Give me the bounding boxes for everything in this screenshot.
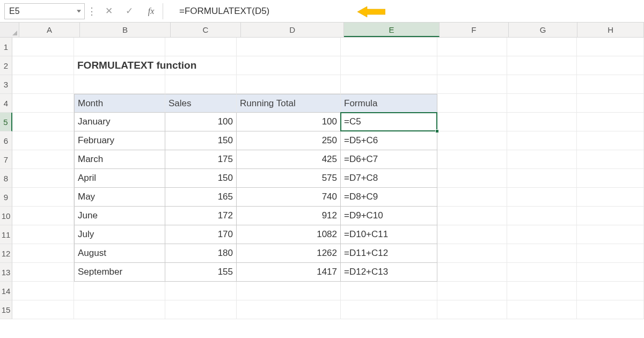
cell[interactable] xyxy=(12,131,74,150)
cell[interactable] xyxy=(12,282,74,300)
cell[interactable] xyxy=(74,75,165,94)
cell[interactable] xyxy=(341,300,437,319)
row-header-7[interactable]: 7 xyxy=(0,150,12,169)
cell-sales[interactable]: 175 xyxy=(165,150,237,169)
cell[interactable] xyxy=(437,56,507,75)
cell[interactable] xyxy=(577,300,644,319)
cell[interactable] xyxy=(12,169,74,188)
cancel-button[interactable]: ✕ xyxy=(99,3,119,19)
cell[interactable] xyxy=(12,188,74,207)
cell-month[interactable]: February xyxy=(74,131,165,150)
cell[interactable] xyxy=(165,38,237,56)
cell[interactable] xyxy=(577,75,644,94)
cell-formula[interactable]: =D9+C10 xyxy=(341,207,437,225)
formula-input[interactable]: =FORMULATEXT(D5) xyxy=(171,3,644,19)
row-header-11[interactable]: 11 xyxy=(0,225,12,244)
cell[interactable] xyxy=(507,244,577,263)
cell[interactable] xyxy=(437,94,507,113)
cell[interactable] xyxy=(507,207,577,225)
col-header-c[interactable]: C xyxy=(171,23,241,37)
cell-running[interactable]: 1262 xyxy=(237,244,341,263)
cell[interactable] xyxy=(437,282,507,300)
cell[interactable] xyxy=(577,244,644,263)
cell[interactable] xyxy=(577,113,644,131)
cell[interactable] xyxy=(12,244,74,263)
row-header-12[interactable]: 12 xyxy=(0,244,12,263)
cell-running[interactable]: 425 xyxy=(237,150,341,169)
cell-month[interactable]: July xyxy=(74,225,165,244)
row-header-15[interactable]: 15 xyxy=(0,300,12,319)
col-header-a[interactable]: A xyxy=(19,23,80,37)
cell[interactable] xyxy=(437,75,507,94)
row-header-2[interactable]: 2 xyxy=(0,56,12,75)
cell[interactable] xyxy=(165,75,237,94)
cell-month[interactable]: March xyxy=(74,150,165,169)
cell[interactable] xyxy=(507,188,577,207)
row-header-1[interactable]: 1 xyxy=(0,38,12,56)
select-all-corner[interactable] xyxy=(0,23,19,37)
cell[interactable] xyxy=(507,150,577,169)
insert-function-button[interactable]: fx xyxy=(140,3,163,19)
cell[interactable] xyxy=(437,225,507,244)
cell[interactable] xyxy=(507,56,577,75)
cell-sales[interactable]: 150 xyxy=(165,131,237,150)
cell-running[interactable]: 100 xyxy=(237,113,341,131)
cell-sales[interactable]: 180 xyxy=(165,244,237,263)
cell-month[interactable]: June xyxy=(74,207,165,225)
cell[interactable] xyxy=(577,282,644,300)
cell[interactable] xyxy=(237,38,341,56)
cell-sales[interactable]: 170 xyxy=(165,225,237,244)
cell[interactable] xyxy=(577,169,644,188)
cell-running[interactable]: 575 xyxy=(237,169,341,188)
header-running[interactable]: Running Total xyxy=(237,94,341,113)
cell[interactable] xyxy=(437,300,507,319)
cell[interactable] xyxy=(577,131,644,150)
cell[interactable] xyxy=(437,263,507,282)
col-header-b[interactable]: B xyxy=(80,23,170,37)
col-header-g[interactable]: G xyxy=(509,23,578,37)
cell[interactable] xyxy=(12,94,74,113)
cell[interactable] xyxy=(577,150,644,169)
cell-formula[interactable]: =D6+C7 xyxy=(341,150,437,169)
cell-month[interactable]: January xyxy=(74,113,165,131)
cell-running[interactable]: 740 xyxy=(237,188,341,207)
cell[interactable] xyxy=(577,56,644,75)
cell-formula[interactable]: =D5+C6 xyxy=(341,131,437,150)
name-box[interactable]: E5 xyxy=(4,3,85,19)
header-sales[interactable]: Sales xyxy=(165,94,237,113)
cell[interactable] xyxy=(437,169,507,188)
cell[interactable] xyxy=(12,56,74,75)
row-header-14[interactable]: 14 xyxy=(0,282,12,300)
cell[interactable] xyxy=(437,150,507,169)
cell[interactable] xyxy=(507,94,577,113)
cell[interactable] xyxy=(74,38,165,56)
chevron-down-icon[interactable] xyxy=(77,10,81,12)
cell[interactable] xyxy=(507,169,577,188)
cell-month[interactable]: April xyxy=(74,169,165,188)
col-header-f[interactable]: F xyxy=(440,23,509,37)
cell-running[interactable]: 912 xyxy=(237,207,341,225)
col-header-h[interactable]: H xyxy=(577,23,644,37)
fill-handle[interactable] xyxy=(435,129,439,133)
cell[interactable] xyxy=(437,38,507,56)
cell[interactable] xyxy=(165,300,237,319)
cell[interactable] xyxy=(341,38,437,56)
cell[interactable] xyxy=(165,56,237,75)
cell-running[interactable]: 1082 xyxy=(237,225,341,244)
row-header-3[interactable]: 3 xyxy=(0,75,12,94)
cell[interactable] xyxy=(507,113,577,131)
cell-sales[interactable]: 155 xyxy=(165,263,237,282)
cell[interactable] xyxy=(577,94,644,113)
cell[interactable] xyxy=(437,188,507,207)
cell-month[interactable]: May xyxy=(74,188,165,207)
cell[interactable] xyxy=(165,282,237,300)
cell-formula[interactable]: =D11+C12 xyxy=(341,244,437,263)
cell-month[interactable]: September xyxy=(74,263,165,282)
cell[interactable] xyxy=(12,113,74,131)
col-header-d[interactable]: D xyxy=(241,23,344,37)
header-formula[interactable]: Formula xyxy=(341,94,437,113)
cell[interactable] xyxy=(237,75,341,94)
confirm-button[interactable]: ✓ xyxy=(119,3,140,19)
cell[interactable] xyxy=(507,263,577,282)
cell[interactable] xyxy=(507,225,577,244)
